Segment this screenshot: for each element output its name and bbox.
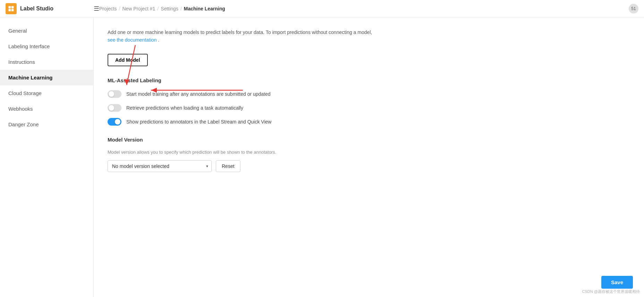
- breadcrumb: Projects / New Project #1 / Settings / M…: [99, 6, 629, 11]
- breadcrumb-settings[interactable]: Settings: [161, 6, 178, 11]
- model-version-section: Model Version Model version allows you t…: [108, 137, 630, 172]
- save-button[interactable]: Save: [601, 276, 633, 289]
- breadcrumb-project-name[interactable]: New Project #1: [122, 6, 155, 11]
- show-toggle[interactable]: [108, 118, 121, 126]
- train-toggle-label: Start model training after any annotatio…: [126, 91, 271, 97]
- breadcrumb-sep3: /: [180, 6, 182, 11]
- svg-rect-0: [9, 6, 11, 8]
- model-version-title: Model Version: [108, 137, 630, 143]
- breadcrumb-sep1: /: [119, 6, 120, 11]
- breadcrumb-current: Machine Learning: [184, 6, 225, 11]
- save-area: Save: [601, 276, 633, 289]
- user-badge[interactable]: 51: [629, 4, 638, 14]
- retrieve-toggle-label: Retrieve predictions when loading a task…: [126, 105, 243, 111]
- sidebar-item-danger-zone[interactable]: Danger Zone: [0, 117, 93, 132]
- intro-text: Add one or more machine learning models …: [108, 28, 378, 44]
- hamburger-menu[interactable]: ☰: [94, 5, 99, 12]
- svg-rect-3: [11, 9, 14, 11]
- retrieve-toggle-row: Retrieve predictions when loading a task…: [108, 104, 630, 112]
- train-toggle-row: Start model training after any annotatio…: [108, 90, 630, 98]
- model-version-select[interactable]: No model version selected: [108, 160, 212, 172]
- sidebar-item-webhooks[interactable]: Webhooks: [0, 101, 93, 117]
- sidebar-item-cloud-storage[interactable]: Cloud Storage: [0, 85, 93, 101]
- app-title: Label Studio: [20, 6, 53, 12]
- ml-assisted-section: ML-Assisted Labeling Start model trainin…: [108, 77, 630, 126]
- logo-area: Label Studio ☰: [6, 3, 99, 14]
- breadcrumb-sep2: /: [157, 6, 159, 11]
- show-toggle-row: Show predictions to annotators in the La…: [108, 118, 630, 126]
- sidebar-item-labeling-interface[interactable]: Labeling Interface: [0, 39, 93, 54]
- logo-icon: [6, 3, 17, 14]
- svg-rect-2: [9, 9, 11, 11]
- sidebar-item-machine-learning[interactable]: Machine Learning: [0, 70, 93, 85]
- sidebar-item-general[interactable]: General: [0, 23, 93, 39]
- retrieve-toggle[interactable]: [108, 104, 121, 112]
- reset-button[interactable]: Reset: [216, 160, 240, 172]
- add-model-button[interactable]: Add Model: [108, 54, 148, 66]
- docs-link[interactable]: see the documentation: [108, 37, 157, 43]
- content-area: Add one or more machine learning models …: [94, 17, 644, 297]
- breadcrumb-projects[interactable]: Projects: [99, 6, 117, 11]
- model-version-desc: Model version allows you to specify whic…: [108, 150, 630, 155]
- sidebar-item-instructions[interactable]: Instructions: [0, 54, 93, 70]
- watermark: CSDN @愿你被这个世界温暖相待: [582, 289, 640, 294]
- model-version-select-wrapper: No model version selected ▾: [108, 160, 212, 172]
- svg-rect-1: [11, 6, 14, 8]
- ml-section-title: ML-Assisted Labeling: [108, 77, 630, 83]
- train-toggle[interactable]: [108, 90, 121, 98]
- main-layout: General Labeling Interface Instructions …: [0, 17, 644, 297]
- show-toggle-label: Show predictions to annotators in the La…: [126, 119, 271, 125]
- model-version-row: No model version selected ▾ Reset: [108, 160, 630, 172]
- sidebar: General Labeling Interface Instructions …: [0, 17, 94, 297]
- header: Label Studio ☰ Projects / New Project #1…: [0, 0, 644, 17]
